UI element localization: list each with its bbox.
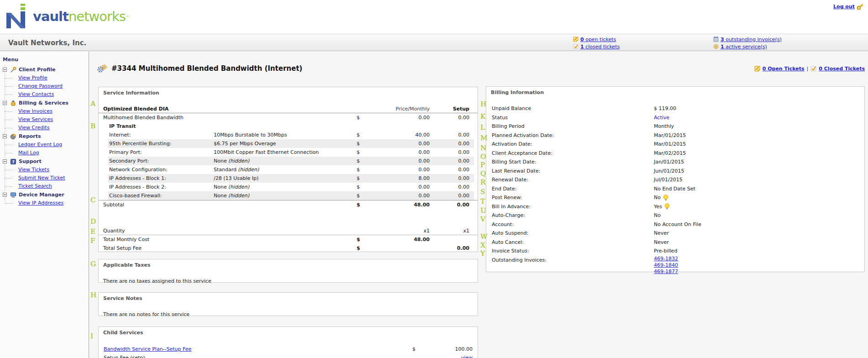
- child-services-panel: Child Services Bandwidth Service Plan--S…: [98, 326, 478, 358]
- closed-tickets-stat: 1 closed tickets: [573, 43, 620, 50]
- sidebar-item-view-tickets[interactable]: View Tickets: [0, 166, 89, 174]
- collapse-toggle[interactable]: [3, 159, 7, 163]
- table-row: Secondary Port: None(hidden) $ 0.00 0.00: [99, 157, 478, 165]
- invoice-link-469-1840[interactable]: 469-1840: [654, 262, 678, 268]
- sidebar-section-support[interactable]: ? Support: [0, 157, 89, 166]
- panel-title: Billing Information: [486, 87, 864, 99]
- workspace: Menu Client Profile View Profile Change …: [0, 52, 868, 358]
- sidebar-item-change-password[interactable]: Change Password: [0, 82, 89, 90]
- sidebar-section-reports[interactable]: Reports: [0, 132, 89, 141]
- vault-networks-logo[interactable]: vaultnetworks™: [5, 3, 130, 30]
- panel-title: Child Services: [99, 327, 478, 339]
- sidebar-item-view-profile[interactable]: View Profile: [0, 74, 89, 82]
- menu-title: Menu: [0, 52, 89, 65]
- service-table-header: Optimized Blended DIA Price/Monthly Setu…: [99, 105, 478, 113]
- child-service-subrow: Setup Fee (setp) view: [99, 353, 478, 358]
- outstanding-invoices-label: outstanding invoice(s): [726, 37, 782, 42]
- check-icon: [810, 66, 816, 72]
- billing-row-billing-start: Billing Start Date: Jan/01/2015: [486, 158, 864, 167]
- invoice-link-469-1877[interactable]: 469-1877: [654, 268, 678, 275]
- note-icon: [754, 66, 760, 72]
- table-row: IP Transit: [99, 122, 478, 131]
- logo-n-mark: [5, 4, 30, 29]
- collapse-toggle[interactable]: [3, 134, 7, 138]
- sidebar-item-view-ip-addresses[interactable]: View IP Addresses: [0, 199, 89, 207]
- panel-title: Applicable Taxes: [99, 259, 478, 271]
- sidebar-item-view-services[interactable]: View Services: [0, 116, 89, 124]
- collapse-toggle[interactable]: [3, 193, 7, 197]
- logo-text: vaultnetworks™: [33, 9, 130, 24]
- billing-row-activation-date: Activation Date: Mar/01/2015: [486, 140, 864, 149]
- closed-tickets-link-main[interactable]: 0 Closed Tickets: [819, 66, 865, 72]
- sidebar-item-ledger-event-log[interactable]: Ledger Event Log: [0, 141, 89, 149]
- sidebar-item-mail-log[interactable]: Mail Log: [0, 149, 89, 157]
- open-tickets-link-main[interactable]: 0 Open Tickets: [763, 66, 805, 72]
- title-ticket-links: 0 Open Tickets | 0 Closed Tickets: [754, 66, 865, 72]
- lightbulb-icon[interactable]: [663, 195, 668, 201]
- sidebar-item-view-credits[interactable]: View Credits: [0, 124, 89, 132]
- total-monthly-row: Total Monthly Cost $ 48.00: [99, 235, 478, 244]
- table-row: Primary Port: 100Mbit Copper Fast Ethern…: [99, 148, 478, 157]
- invoice-icon: [713, 37, 719, 42]
- sidebar-item-view-invoices[interactable]: View Invoices: [0, 107, 89, 116]
- sidebar-item-ticket-search[interactable]: Ticket Search: [0, 182, 89, 190]
- page-title: #3344 Multihomed Blended Bandwidth (Inte…: [97, 64, 302, 73]
- active-services-label: active service(s): [726, 44, 767, 50]
- money-icon: [10, 100, 16, 106]
- price-column-header: Price/Monthly: [364, 105, 430, 113]
- gear-icon: [713, 44, 719, 49]
- pie-icon: [10, 133, 16, 140]
- collapse-toggle[interactable]: [3, 68, 7, 72]
- panel-title: Service Notes: [99, 293, 478, 305]
- table-row: IP Addresses - Block 1: /28 (13 Usable I…: [99, 174, 478, 183]
- closed-tickets-count: 1: [580, 44, 584, 50]
- svg-text:?: ?: [12, 159, 14, 164]
- lightbulb-icon[interactable]: [664, 203, 670, 210]
- service-information-panel: Service Information Optimized Blended DI…: [98, 87, 478, 252]
- sidebar-section-label: Client Profile: [19, 67, 55, 73]
- key-icon: [857, 3, 863, 10]
- plan-name: Optimized Blended DIA: [99, 105, 214, 113]
- outstanding-invoices-link[interactable]: 3 outstanding invoice(s): [721, 37, 782, 42]
- invoice-link-469-1832[interactable]: 469-1832: [654, 256, 678, 262]
- sidebar-section-billing-services[interactable]: Billing & Services: [0, 99, 89, 107]
- child-service-link[interactable]: Bandwidth Service Plan--Setup Fee: [104, 346, 191, 352]
- sidebar-section-client-profile[interactable]: Client Profile: [0, 65, 89, 74]
- child-service-row: Bandwidth Service Plan--Setup Fee $ 100.…: [99, 345, 478, 353]
- sidebar-section-label: Billing & Services: [19, 100, 68, 106]
- billing-row-status: Status Active: [486, 113, 864, 122]
- applicable-taxes-panel: Applicable Taxes There are no taxes assi…: [98, 259, 478, 283]
- billing-row-account: Account: No Account On File: [486, 220, 864, 229]
- sidebar-section-label: Support: [19, 158, 42, 164]
- header-bar: Vault Networks, Inc. 0 open tickets 1 cl…: [0, 34, 868, 51]
- page-title-text: #3344 Multihomed Blended Bandwidth (Inte…: [111, 64, 302, 73]
- open-tickets-label: open tickets: [585, 37, 616, 42]
- logo-tm: ™: [126, 15, 130, 20]
- sidebar-item-view-contacts[interactable]: View Contacts: [0, 90, 89, 99]
- sidebar-item-submit-new-ticket[interactable]: Submit New Ticket: [0, 174, 89, 182]
- billing-row-invoice-status: Invoice Status: Pre-billed: [486, 247, 864, 256]
- tools-icon: [10, 67, 16, 73]
- top-band: vaultnetworks™ Log out: [0, 0, 868, 34]
- billing-row-auto-charge: Auto-Charge: No: [486, 211, 864, 220]
- billing-row-outstanding-invoices: Outstanding Invoices: 469-1832 469-1840 …: [486, 256, 864, 275]
- active-services-link[interactable]: 1 active service(s): [721, 44, 767, 50]
- closed-tickets-label: closed tickets: [585, 44, 620, 50]
- subtotal-row: Subtotal $ 48.00 0.00: [99, 200, 478, 209]
- table-row: Cisco-based Firewall: None(hidden) $ 0.0…: [99, 191, 478, 200]
- separator: |: [807, 66, 809, 72]
- open-tickets-link[interactable]: 0 open tickets: [580, 37, 616, 42]
- quantity-row: Quantity x1 x1: [99, 226, 478, 235]
- logo-text-bold: vault: [33, 9, 68, 24]
- logout-link[interactable]: Log out: [833, 4, 855, 10]
- table-row: Network Configuration: Standard(hidden) …: [99, 165, 478, 174]
- closed-tickets-link[interactable]: 1 closed tickets: [580, 44, 620, 50]
- billing-row-billing-period: Billing Period Monthly: [486, 122, 864, 131]
- billing-row-end-date: End Date: No End Date Set: [486, 184, 864, 194]
- collapse-toggle[interactable]: [3, 101, 7, 105]
- setup-column-header: Setup: [430, 105, 469, 113]
- active-services-count: 1: [721, 44, 724, 50]
- total-setup-row: Total Setup Fee $ 0.00: [99, 244, 478, 253]
- sidebar-section-device-manager[interactable]: Device Manager: [0, 190, 89, 199]
- view-link[interactable]: view: [461, 355, 473, 358]
